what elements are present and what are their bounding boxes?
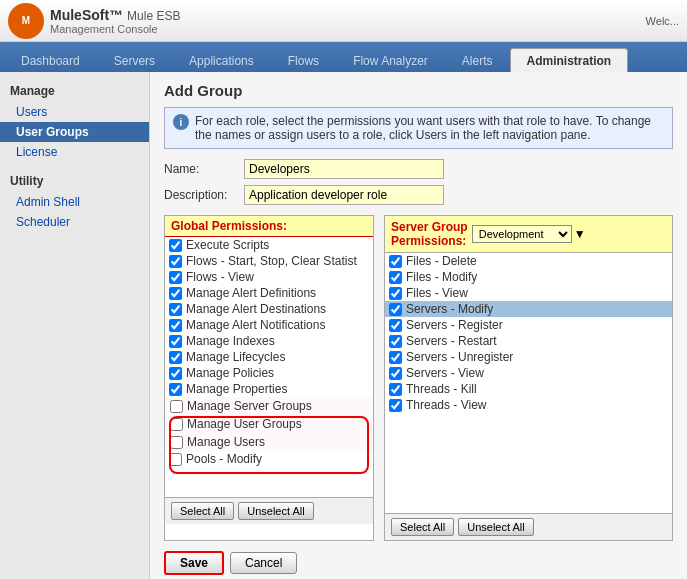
server-select-all-button[interactable]: Select All [391, 518, 454, 536]
server-perm-item: Servers - Register [385, 317, 672, 333]
global-perm-checkbox-8[interactable] [169, 367, 182, 380]
global-perm-item: Manage Lifecycles [165, 349, 373, 365]
action-bar: Save Cancel [164, 551, 673, 575]
permissions-layout: Global Permissions: Execute ScriptsFlows… [164, 215, 673, 541]
global-perm-item: Manage User Groups [165, 415, 373, 433]
tab-alerts[interactable]: Alerts [445, 48, 510, 72]
info-text: For each role, select the permissions yo… [195, 114, 664, 142]
main-layout: Manage Users User Groups License Utility… [0, 72, 687, 579]
global-perm-item: Manage Policies [165, 365, 373, 381]
global-perm-item: Manage Server Groups [165, 397, 373, 415]
cancel-button[interactable]: Cancel [230, 552, 297, 574]
server-perm-checkbox-7[interactable] [389, 367, 402, 380]
global-perm-item: Manage Alert Destinations [165, 301, 373, 317]
global-perm-checkbox-9[interactable] [169, 383, 182, 396]
name-label: Name: [164, 162, 244, 176]
server-perm-checkbox-0[interactable] [389, 255, 402, 268]
save-button[interactable]: Save [164, 551, 224, 575]
welcome-text: Welc... [646, 15, 679, 27]
global-perm-item: Manage Alert Definitions [165, 285, 373, 301]
server-permissions-panel: Server GroupPermissions: Development Pro… [384, 215, 673, 541]
tab-administration[interactable]: Administration [510, 48, 629, 72]
server-perm-item: Threads - View [385, 397, 672, 413]
sidebar-item-admin-shell[interactable]: Admin Shell [0, 192, 149, 212]
tab-flows[interactable]: Flows [271, 48, 336, 72]
global-perm-checkbox-7[interactable] [169, 351, 182, 364]
content-area: Add Group i For each role, select the pe… [150, 72, 687, 579]
sidebar-item-users[interactable]: Users [0, 102, 149, 122]
global-permissions-list: Execute ScriptsFlows - Start, Stop, Clea… [165, 237, 373, 497]
name-input[interactable] [244, 159, 444, 179]
server-perm-item: Servers - View [385, 365, 672, 381]
global-select-all-button[interactable]: Select All [171, 502, 234, 520]
global-permissions-footer: Select All Unselect All [165, 497, 373, 524]
top-bar: M MuleSoft™ Mule ESB Management Console … [0, 0, 687, 42]
desc-row: Description: [164, 185, 673, 205]
server-perm-item: Servers - Modify [385, 301, 672, 317]
server-perm-checkbox-1[interactable] [389, 271, 402, 284]
global-perm-checkbox-11[interactable] [170, 418, 183, 431]
mule-logo: M [8, 3, 44, 39]
server-perm-item: Servers - Restart [385, 333, 672, 349]
server-permissions-list: Files - DeleteFiles - ModifyFiles - View… [385, 253, 672, 513]
info-box: i For each role, select the permissions … [164, 107, 673, 149]
server-unselect-all-button[interactable]: Unselect All [458, 518, 533, 536]
global-permissions-header: Global Permissions: [165, 216, 373, 237]
tab-applications[interactable]: Applications [172, 48, 271, 72]
desc-input[interactable] [244, 185, 444, 205]
global-perm-checkbox-10[interactable] [170, 400, 183, 413]
app-subtitle1: Mule ESB [127, 9, 180, 23]
global-perm-item: Pools - Modify [165, 451, 373, 467]
global-perm-checkbox-12[interactable] [170, 436, 183, 449]
global-perm-item: Flows - View [165, 269, 373, 285]
global-unselect-all-button[interactable]: Unselect All [238, 502, 313, 520]
global-perm-item: Manage Alert Notifications [165, 317, 373, 333]
server-perm-checkbox-9[interactable] [389, 399, 402, 412]
server-perm-checkbox-3[interactable] [389, 303, 402, 316]
global-perm-item: Manage Users [165, 433, 373, 451]
server-perm-item: Files - Delete [385, 253, 672, 269]
sidebar-utility-title: Utility [0, 170, 149, 192]
global-perm-item: Execute Scripts [165, 237, 373, 253]
server-perm-checkbox-2[interactable] [389, 287, 402, 300]
server-perm-checkbox-5[interactable] [389, 335, 402, 348]
global-perm-checkbox-6[interactable] [169, 335, 182, 348]
server-perm-checkbox-6[interactable] [389, 351, 402, 364]
sidebar: Manage Users User Groups License Utility… [0, 72, 150, 579]
logo-area: M MuleSoft™ Mule ESB Management Console [8, 3, 180, 39]
sidebar-item-user-groups[interactable]: User Groups [0, 122, 149, 142]
global-perm-checkbox-13[interactable] [169, 453, 182, 466]
server-perm-item: Threads - Kill [385, 381, 672, 397]
global-perm-checkbox-2[interactable] [169, 271, 182, 284]
app-subtitle2: Management Console [50, 23, 180, 35]
server-group-header: Server GroupPermissions: Development Pro… [385, 216, 672, 253]
sidebar-manage-title: Manage [0, 80, 149, 102]
sidebar-item-license[interactable]: License [0, 142, 149, 162]
page-title: Add Group [164, 82, 673, 99]
server-perm-item: Files - View [385, 285, 672, 301]
global-permissions-panel: Global Permissions: Execute ScriptsFlows… [164, 215, 374, 541]
server-perm-item: Servers - Unregister [385, 349, 672, 365]
info-icon: i [173, 114, 189, 130]
tab-flow-analyzer[interactable]: Flow Analyzer [336, 48, 445, 72]
sidebar-item-scheduler[interactable]: Scheduler [0, 212, 149, 232]
server-perm-checkbox-8[interactable] [389, 383, 402, 396]
desc-label: Description: [164, 188, 244, 202]
server-group-select[interactable]: Development Production Staging [472, 225, 572, 243]
tab-dashboard[interactable]: Dashboard [4, 48, 97, 72]
server-group-label: Server GroupPermissions: [391, 220, 468, 248]
global-perm-checkbox-1[interactable] [169, 255, 182, 268]
global-perm-checkbox-3[interactable] [169, 287, 182, 300]
global-perm-checkbox-4[interactable] [169, 303, 182, 316]
dropdown-arrow-icon: ▼ [574, 227, 586, 241]
tab-servers[interactable]: Servers [97, 48, 172, 72]
global-perm-checkbox-0[interactable] [169, 239, 182, 252]
server-perm-checkbox-4[interactable] [389, 319, 402, 332]
name-row: Name: [164, 159, 673, 179]
app-name-group: MuleSoft™ Mule ESB Management Console [50, 7, 180, 35]
server-permissions-footer: Select All Unselect All [385, 513, 672, 540]
global-perm-item: Manage Properties [165, 381, 373, 397]
global-perm-checkbox-5[interactable] [169, 319, 182, 332]
server-perm-item: Files - Modify [385, 269, 672, 285]
nav-tabs: Dashboard Servers Applications Flows Flo… [0, 42, 687, 72]
